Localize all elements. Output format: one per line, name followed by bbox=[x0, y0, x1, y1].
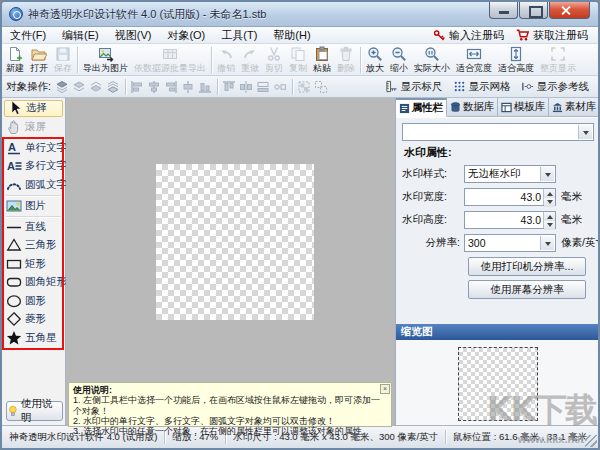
tool-star[interactable]: 五角星 bbox=[4, 329, 63, 346]
tool-rectangle[interactable]: 矩形 bbox=[4, 255, 63, 272]
tool-circle[interactable]: 圆形 bbox=[4, 292, 63, 309]
zoom-out-button[interactable]: 缩小 bbox=[387, 45, 411, 74]
app-window: 神奇透明水印设计软件 4.0 (试用版) - 未命名1.stb 文件(F) 编辑… bbox=[0, 0, 600, 450]
height-stepper[interactable]: 43.0 bbox=[464, 211, 556, 229]
paste-icon bbox=[314, 46, 330, 62]
width-label: 水印宽度: bbox=[402, 190, 464, 204]
show-guides-toggle[interactable]: 显示参考线 bbox=[516, 79, 595, 95]
usage-close-icon[interactable]: × bbox=[380, 384, 390, 394]
whole-page-button: 整页显示 bbox=[537, 45, 579, 74]
menu-edit[interactable]: 编辑(E) bbox=[54, 27, 107, 43]
tool-triangle[interactable]: 三角形 bbox=[4, 237, 63, 254]
tab-properties[interactable]: 属性栏 bbox=[396, 98, 447, 117]
batch-export-icon bbox=[162, 46, 178, 62]
menu-object[interactable]: 对象(O) bbox=[159, 27, 213, 43]
rounded-rectangle-icon bbox=[6, 274, 22, 290]
usage-help-button[interactable]: 使用说明 bbox=[6, 401, 63, 421]
undo-button: 撤销 bbox=[214, 45, 238, 74]
bring-forward-icon bbox=[71, 78, 88, 95]
width-stepper[interactable]: 43.0 bbox=[464, 188, 556, 206]
spin-down-icon[interactable] bbox=[544, 221, 555, 230]
fit-height-button[interactable]: 适合高度 bbox=[495, 45, 537, 74]
object-operations-label: 对象操作: bbox=[6, 80, 51, 94]
minimize-button[interactable] bbox=[489, 2, 518, 19]
rectangle-icon bbox=[6, 256, 22, 272]
menu-help[interactable]: 帮助(H) bbox=[265, 27, 318, 43]
align-left-icon bbox=[129, 78, 146, 95]
use-printer-resolution-button[interactable]: 使用打印机分辨率... bbox=[468, 257, 586, 276]
tool-rounded-rectangle[interactable]: 圆角矩形 bbox=[4, 274, 63, 291]
tab-database[interactable]: 数据库 bbox=[447, 98, 498, 117]
width-unit: 毫米 bbox=[561, 190, 582, 204]
export-image-button[interactable]: 导出为图片 bbox=[80, 45, 131, 74]
maximize-button[interactable] bbox=[519, 2, 548, 19]
align-top-icon bbox=[221, 78, 238, 95]
tool-single-line-text[interactable]: A 单行文字 bbox=[4, 139, 63, 156]
watermark-canvas[interactable] bbox=[156, 164, 314, 320]
new-document-icon bbox=[7, 46, 23, 62]
material-icon bbox=[552, 102, 563, 113]
new-button[interactable]: 新建 bbox=[3, 45, 27, 74]
tab-templates[interactable]: 模板库 bbox=[498, 98, 549, 117]
style-dropdown[interactable]: 无边框水印 bbox=[464, 165, 556, 183]
delete-button: 删除 bbox=[334, 45, 358, 74]
spin-up-icon[interactable] bbox=[544, 189, 555, 198]
redo-button: 重做 bbox=[238, 45, 262, 74]
spin-down-icon[interactable] bbox=[544, 198, 555, 207]
paste-button[interactable]: 粘贴 bbox=[310, 45, 334, 74]
height-unit: 毫米 bbox=[561, 213, 582, 227]
tool-line[interactable]: 直线 bbox=[4, 218, 63, 235]
menu-file[interactable]: 文件(F) bbox=[2, 27, 54, 43]
tool-arc-text[interactable]: 圆弧文字 bbox=[4, 176, 63, 193]
align-center-horizontal-icon bbox=[146, 78, 163, 95]
tool-select[interactable]: 选择 bbox=[4, 100, 63, 117]
tool-diamond[interactable]: 菱形 bbox=[4, 311, 63, 328]
toolbar-separator bbox=[360, 47, 361, 73]
enter-register-code-button[interactable]: 输入注册码 bbox=[429, 28, 508, 43]
svg-text:A: A bbox=[7, 160, 15, 172]
menu-tools[interactable]: 工具(T) bbox=[213, 27, 265, 43]
show-grid-toggle[interactable]: 显示网格 bbox=[448, 79, 516, 95]
spin-up-icon[interactable] bbox=[544, 212, 555, 221]
usage-instructions-panel: 使用说明: 1. 左侧工具栏中选择一个功能后，在画布区域按住鼠标左键拖动，即可添… bbox=[68, 382, 392, 427]
menu-view[interactable]: 视图(V) bbox=[107, 27, 160, 43]
database-icon bbox=[450, 102, 461, 113]
get-register-code-button[interactable]: 获取注册码 bbox=[512, 28, 592, 43]
tab-materials[interactable]: 素材库 bbox=[549, 98, 600, 117]
main-toolbar: 新建 打开 保存 导出为图片 依数据源批量导出 撤销 重做 bbox=[2, 44, 598, 76]
cut-icon bbox=[266, 46, 282, 62]
redo-icon bbox=[242, 46, 258, 62]
watermark-properties-title: 水印属性: bbox=[404, 145, 592, 160]
tool-image[interactable]: 图片 bbox=[4, 197, 63, 214]
enter-register-code-label: 输入注册码 bbox=[449, 28, 504, 43]
object-toolbar: 对象操作: 显示标尺 显示网格 显示参 bbox=[2, 76, 598, 98]
multi-line-text-icon: A bbox=[6, 158, 22, 174]
use-screen-resolution-button[interactable]: 使用屏幕分辨率 bbox=[468, 280, 586, 299]
object-selector-dropdown[interactable] bbox=[402, 123, 594, 141]
menu-bar: 文件(F) 编辑(E) 视图(V) 对象(O) 工具(T) 帮助(H) 输入注册… bbox=[2, 26, 598, 44]
usage-title: 使用说明: bbox=[73, 385, 381, 395]
toolbar-separator bbox=[77, 47, 78, 73]
batch-export-button: 依数据源批量导出 bbox=[131, 45, 209, 74]
resize-grip[interactable] bbox=[585, 435, 597, 447]
zoom-in-icon bbox=[367, 46, 383, 62]
title-bar[interactable]: 神奇透明水印设计软件 4.0 (试用版) - 未命名1.stb bbox=[2, 2, 598, 26]
resolution-dropdown[interactable]: 300 bbox=[464, 234, 556, 252]
window-title: 神奇透明水印设计软件 4.0 (试用版) - 未命名1.stb bbox=[28, 7, 266, 22]
fit-width-button[interactable]: 适合宽度 bbox=[453, 45, 495, 74]
show-ruler-toggle[interactable]: 显示标尺 bbox=[380, 79, 448, 95]
save-button: 保存 bbox=[51, 45, 75, 74]
usage-line: 2. 水印中的单行文字、多行文字、圆弧文字对象均可以双击修改！ bbox=[73, 416, 381, 426]
align-center-vertical-icon bbox=[180, 78, 197, 95]
diamond-icon bbox=[6, 311, 22, 327]
close-button[interactable] bbox=[549, 2, 590, 19]
toolbar-separator bbox=[217, 79, 218, 95]
tool-multi-line-text[interactable]: A 多行文字 bbox=[4, 158, 63, 175]
arc-text-icon bbox=[6, 177, 22, 193]
actual-size-button[interactable]: 实际大小 bbox=[411, 45, 453, 74]
open-button[interactable]: 打开 bbox=[27, 45, 51, 74]
toolbar-separator bbox=[211, 47, 212, 73]
canvas-workspace[interactable] bbox=[66, 98, 395, 427]
same-height-icon bbox=[272, 78, 289, 95]
zoom-in-button[interactable]: 放大 bbox=[363, 45, 387, 74]
